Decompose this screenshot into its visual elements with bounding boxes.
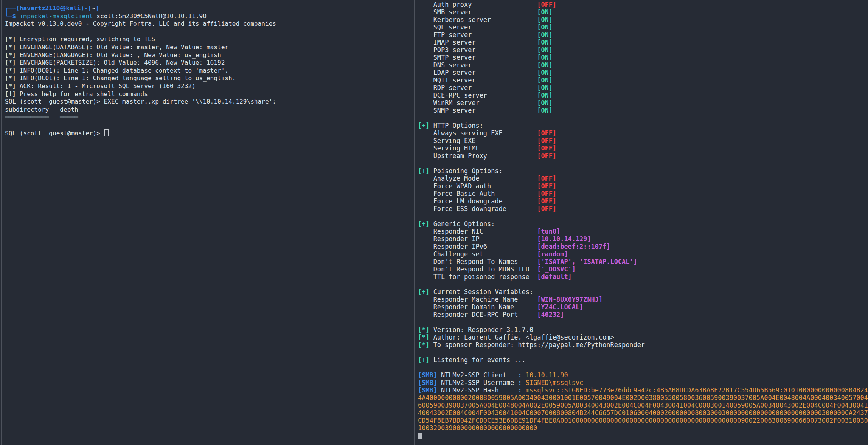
text-segment: 10.10.11.90: [526, 371, 568, 379]
text-segment: [ON]: [537, 91, 553, 99]
text-segment: Always serving EXE: [418, 129, 537, 137]
text-segment: Responder IP: [418, 235, 537, 243]
text-segment: 6005900390037005A004E0048004A002E0059005…: [418, 402, 868, 409]
text-segment: [*] ENVCHANGE(PACKETSIZE): Old Value: 40…: [5, 59, 225, 66]
terminal-line: Impacket v0.13.0.dev0 - Copyright Fortra…: [5, 20, 418, 28]
terminal-line: [!] Press help for extra shell commands: [5, 90, 418, 98]
terminal-line: [418, 432, 868, 439]
text-segment: [*] ENVCHANGE(LANGUAGE): Old Value: , Ne…: [5, 51, 221, 59]
text-segment: [ON]: [537, 8, 553, 16]
text-segment: ]: [95, 5, 99, 12]
terminal-line: SMB server [ON]: [418, 8, 868, 16]
terminal-right-pane[interactable]: Auth proxy [OFF] SMB server [ON] Kerbero…: [415, 0, 868, 445]
terminal-line: IMAP server [ON]: [418, 39, 868, 46]
text-segment: [tun0]: [537, 228, 560, 235]
text-segment: [+]: [418, 356, 430, 364]
terminal-line: Responder NIC [tun0]: [418, 228, 868, 235]
text-segment: [ON]: [537, 54, 553, 61]
terminal-line: Auth proxy [OFF]: [418, 1, 868, 8]
terminal-line: RDP server [ON]: [418, 84, 868, 91]
text-segment: TTL for poisoned response: [418, 273, 537, 281]
terminal-line: [+] Current Session Variables:: [418, 288, 868, 296]
terminal-line: POP3 server [ON]: [418, 46, 868, 54]
text-segment: 40043002E004C004F00430041004C00070008008…: [418, 409, 868, 417]
terminal-line: subdirectory depth: [5, 106, 418, 114]
terminal-line: LDAP server [ON]: [418, 69, 868, 76]
text-segment: CD54F8EB7BD042FCD0CE53E60BE91DF4FBE0A001…: [418, 417, 868, 424]
text-segment: impacket-mssqlclient: [20, 12, 93, 20]
text-segment: Auth proxy: [418, 1, 537, 8]
text-segment: )-[: [81, 5, 92, 12]
text-segment: [ON]: [537, 31, 553, 39]
terminal-line: SMTP server [ON]: [418, 54, 868, 61]
terminal-line: SNMP server [ON]: [418, 107, 868, 114]
text-segment: Poisoning Options:: [430, 167, 503, 175]
terminal-screen: ┌──(havertz2110㉿kali)-[~]└─$ impacket-ms…: [0, 0, 868, 445]
terminal-line: [SMB] NTLMv2-SSP Username : SIGNED\mssql…: [418, 379, 868, 386]
text-segment: [ON]: [537, 84, 553, 91]
text-segment: Responder Machine Name: [418, 296, 537, 303]
text-segment: [OFF]: [537, 175, 556, 182]
text-segment: [*] ENVCHANGE(DATABASE): Old Value: mast…: [5, 43, 228, 51]
terminal-line: WinRM server [ON]: [418, 99, 868, 107]
text-segment: DNS server: [418, 61, 537, 69]
terminal-line: Serving EXE [OFF]: [418, 137, 868, 144]
terminal-line: [5, 121, 418, 129]
text-segment: mssqlsvc::SIGNED:be773e76ddc9a42c:4B5AB8…: [526, 386, 868, 394]
terminal-line: MQTT server [ON]: [418, 76, 868, 84]
text-segment: [*]: [418, 326, 430, 333]
terminal-line: Responder Domain Name [YZ4C.LOCAL]: [418, 303, 868, 311]
text-segment: [OFF]: [537, 1, 556, 8]
terminal-line: DCE-RPC server [ON]: [418, 91, 868, 99]
terminal-left-pane[interactable]: ┌──(havertz2110㉿kali)-[~]└─$ impacket-ms…: [2, 0, 418, 445]
text-segment: Listening for events ...: [430, 356, 526, 364]
text-segment: subdirectory depth: [5, 106, 78, 113]
text-segment: [OFF]: [537, 152, 556, 160]
terminal-line: Force ESS downgrade [OFF]: [418, 205, 868, 212]
text-segment: SQL server: [418, 23, 537, 31]
text-segment: Don't Respond To MDNS TLD: [418, 265, 537, 273]
text-segment: MQTT server: [418, 76, 537, 84]
text-segment: Force ESS downgrade: [418, 205, 537, 212]
terminal-line: Don't Respond To MDNS TLD ['_DOSVC']: [418, 265, 868, 273]
text-segment: NTLMv2-SSP Client :: [437, 371, 526, 379]
text-segment: [ON]: [537, 23, 553, 31]
text-segment: [ON]: [537, 39, 553, 46]
terminal-line: [*] Version: Responder 3.1.7.0: [418, 326, 868, 333]
cursor: [104, 129, 109, 136]
terminal-line: Force Basic Auth [OFF]: [418, 190, 868, 197]
text-segment: [+]: [418, 220, 430, 228]
text-segment: To sponsor Responder: https://paypal.me/…: [430, 341, 645, 349]
text-segment: 1003200390000000000000000000000: [418, 424, 537, 432]
terminal-line: [+] Listening for events ...: [418, 356, 868, 364]
text-segment: [!] Press help for extra shell commands: [5, 90, 148, 98]
terminal-line: [*] INFO(DC01): Line 1: Changed database…: [5, 67, 418, 75]
terminal-line: TTL for poisoned response [default]: [418, 273, 868, 281]
text-segment: [YZ4C.LOCAL]: [537, 303, 583, 311]
terminal-line: SQL server [ON]: [418, 23, 868, 31]
text-segment: Responder NIC: [418, 228, 537, 235]
terminal-line: [418, 364, 868, 371]
text-segment: havertz2110㉿kali: [20, 5, 81, 12]
text-segment: SQL (scott guest@master)>: [5, 130, 104, 137]
terminal-line: Don't Respond To Names ['ISATAP', 'ISATA…: [418, 258, 868, 265]
text-segment: Generic Options:: [430, 220, 495, 228]
text-segment: [OFF]: [537, 144, 556, 152]
text-segment: [+]: [418, 122, 430, 129]
terminal-line: Challenge set [random]: [418, 250, 868, 258]
text-segment: ~: [92, 5, 95, 12]
terminal-line: Analyze Mode [OFF]: [418, 175, 868, 182]
text-segment: [*] Encryption required, switching to TL…: [5, 36, 155, 43]
terminal-line: [SMB] NTLMv2-SSP Client : 10.10.11.90: [418, 371, 868, 379]
text-segment: [*] INFO(DC01): Line 1: Changed language…: [5, 74, 236, 82]
terminal-line: [*] ACK: Result: 1 - Microsoft SQL Serve…: [5, 82, 418, 90]
text-segment: [WIN-8UX6Y97ZNHJ]: [537, 296, 602, 303]
terminal-line: Responder IP [10.10.14.129]: [418, 235, 868, 243]
text-segment: [46232]: [537, 311, 564, 318]
text-segment: HTTP Options:: [430, 122, 483, 129]
terminal-line: └─$ impacket-mssqlclient scott:Sm230#C5N…: [5, 12, 418, 20]
terminal-line: Responder DCE-RPC Port [46232]: [418, 311, 868, 318]
text-segment: Author: Laurent Gaffie, <lgaffie@secoriz…: [430, 333, 614, 341]
text-segment: Impacket v0.13.0.dev0 - Copyright Fortra…: [5, 20, 276, 27]
terminal-line: 6005900390037005A004E0048004A002E0059005…: [418, 402, 868, 409]
